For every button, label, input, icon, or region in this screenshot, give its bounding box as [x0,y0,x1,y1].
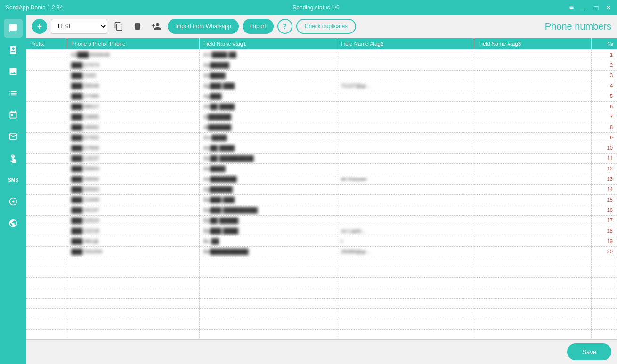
cell-tag2[interactable] [337,143,474,153]
table-row[interactable]: ███ 67402Am████9 [26,132,617,143]
cell-tag1[interactable]: Am████ [199,132,337,143]
cell-tag2[interactable] [337,205,474,215]
cell-tag1[interactable] [199,277,337,288]
save-button[interactable]: Save [567,343,611,360]
sidebar-item-calendar[interactable] [4,105,23,124]
cell-tag3[interactable] [474,288,592,298]
cell-phone[interactable]: ███ 48082 [67,122,199,132]
cell-phone[interactable]: ███ 99092 [67,174,199,184]
menu-icon[interactable]: ≡ [569,3,574,12]
cell-prefix[interactable] [26,70,67,81]
table-row[interactable]: 62███2550648A E████ ██1 [26,49,617,60]
table-row[interactable]: ███ 44197Ba███ █████████16 [26,205,617,215]
cell-tag1[interactable] [199,257,337,267]
sidebar-item-contacts[interactable] [4,40,23,59]
table-row[interactable] [26,298,617,308]
table-row[interactable]: ███ 59885Ai██████7 [26,112,617,122]
cell-tag2[interactable] [337,112,474,122]
cell-tag1[interactable]: Ay██████ [199,184,337,194]
cell-tag3[interactable] [474,277,592,288]
cell-phone[interactable]: ███ 3182 [67,70,199,81]
cell-tag3[interactable] [474,70,592,81]
table-row[interactable]: ███ 67806An██ ████10 [26,143,617,153]
cell-prefix[interactable] [26,308,67,319]
cell-tag3[interactable] [474,329,592,339]
minimize-button[interactable]: — [580,4,587,11]
cell-tag3[interactable] [474,226,592,236]
cell-tag1[interactable]: Ai██████ [199,112,337,122]
cell-num[interactable]: 14 [591,184,617,194]
cell-phone[interactable]: ███ 13237 [67,153,199,163]
cell-tag2[interactable]: ah Karpaw [337,174,474,184]
cell-num[interactable] [591,298,617,308]
sidebar-item-messages[interactable] [4,127,23,146]
cell-prefix[interactable] [26,112,67,122]
cell-tag2[interactable] [337,184,474,194]
cell-num[interactable] [591,267,617,277]
cell-tag2[interactable] [337,153,474,163]
cell-tag3[interactable] [474,112,592,122]
cell-phone[interactable]: ███ 44197 [67,205,199,215]
cell-tag2[interactable]: 71127@gr... [337,81,474,91]
cell-num[interactable]: 8 [591,122,617,132]
cell-tag2[interactable] [337,122,474,132]
import-button[interactable]: Import [243,19,274,34]
cell-tag3[interactable] [474,308,592,319]
cell-tag2[interactable] [337,91,474,101]
sidebar-item-chat[interactable] [4,19,23,38]
cell-prefix[interactable] [26,184,67,194]
cell-tag2[interactable] [337,298,474,308]
cell-phone[interactable] [67,267,199,277]
cell-tag1[interactable] [199,319,337,329]
table-row[interactable]: ███ 481@Bc ██t19 [26,236,617,246]
cell-num[interactable]: 12 [591,163,617,174]
import-whatsapp-button[interactable]: Import from Whatsapp [168,19,239,34]
table-row[interactable] [26,319,617,329]
cell-prefix[interactable] [26,319,67,329]
cell-tag3[interactable] [474,215,592,226]
cell-tag1[interactable]: Ah██ ████ [199,101,337,112]
table-row[interactable] [26,329,617,339]
cell-tag2[interactable] [337,49,474,60]
cell-tag3[interactable] [474,298,592,308]
cell-tag3[interactable] [474,60,592,70]
cell-phone[interactable] [67,257,199,267]
cell-tag1[interactable]: An███████ [199,174,337,184]
cell-num[interactable] [591,329,617,339]
table-row[interactable]: ███ 591059Bd██████████26088@gr...20 [26,246,617,257]
cell-num[interactable]: 4 [591,81,617,91]
cell-tag2[interactable] [337,329,474,339]
table-row[interactable]: ███ 57474Aa█████2 [26,60,617,70]
cell-tag3[interactable] [474,91,592,101]
cell-num[interactable]: 18 [591,226,617,236]
cell-tag2[interactable] [337,194,474,205]
cell-tag2[interactable]: t [337,236,474,246]
table-row[interactable]: ███ 27385Ag███5 [26,91,617,101]
table-row[interactable]: ███ 99904An████12 [26,163,617,174]
cell-num[interactable] [591,288,617,298]
cell-num[interactable]: 16 [591,205,617,215]
cell-tag2[interactable]: ce Lapto... [337,226,474,236]
check-duplicates-button[interactable]: Check duplicates [296,19,356,34]
cell-num[interactable]: 7 [591,112,617,122]
sidebar-item-broadcast[interactable] [4,192,23,211]
cell-tag1[interactable]: Ba██ █████ [199,215,337,226]
cell-num[interactable]: 3 [591,70,617,81]
cell-phone[interactable] [67,308,199,319]
cell-phone[interactable]: ███ 59885 [67,112,199,122]
cell-phone[interactable] [67,329,199,339]
cell-tag2[interactable] [337,70,474,81]
cell-tag1[interactable]: Ad████ [199,70,337,81]
cell-num[interactable]: 17 [591,215,617,226]
cell-prefix[interactable] [26,215,67,226]
cell-num[interactable] [591,308,617,319]
cell-tag1[interactable] [199,298,337,308]
cell-num[interactable]: 11 [591,153,617,163]
cell-prefix[interactable] [26,267,67,277]
cell-phone[interactable]: ███ 21949 [67,194,199,205]
table-row[interactable]: ███ 88017Ah██ ████6 [26,101,617,112]
cell-prefix[interactable] [26,246,67,257]
cell-tag3[interactable] [474,174,592,184]
cell-tag2[interactable] [337,163,474,174]
cell-tag2[interactable] [337,308,474,319]
